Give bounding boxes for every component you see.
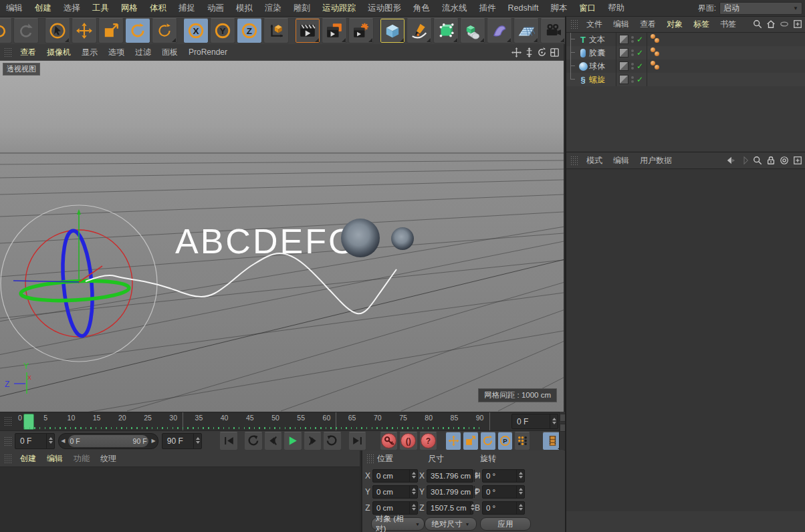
object-manager-menu-item[interactable]: 文件	[581, 16, 608, 32]
start-frame-value[interactable]: 0 F	[15, 436, 46, 446]
object-name[interactable]: 胶囊	[589, 47, 614, 59]
next-frame-button[interactable]	[304, 432, 322, 450]
size-z-field[interactable]: 1507.5 cm	[427, 501, 473, 515]
rotate-tool-button[interactable]	[125, 18, 150, 43]
rotation-p-field[interactable]: 0 °	[482, 485, 525, 499]
frame-tick-label[interactable]: 75	[399, 414, 407, 422]
spinner-arrows-icon[interactable]	[516, 486, 524, 498]
object-name[interactable]: 螺旋	[589, 74, 614, 86]
spinner-arrows-icon[interactable]	[470, 502, 475, 514]
material-menu-item[interactable]: 创建	[15, 450, 41, 467]
size-y-field[interactable]: 301.799 cm	[427, 485, 473, 499]
add-panel-icon[interactable]	[793, 19, 802, 29]
material-menu-item[interactable]: 编辑	[41, 450, 68, 467]
lock-z-axis-button[interactable]: Z	[237, 18, 262, 43]
main-menu-item[interactable]: 网格	[115, 0, 144, 16]
subdivision-surface-button[interactable]	[433, 18, 459, 43]
main-menu-item[interactable]: 编辑	[0, 0, 29, 16]
object-row[interactable]: 球体 ✓	[566, 59, 805, 73]
material-menu-item[interactable]: 纹理	[95, 450, 122, 467]
live-selection-button[interactable]	[45, 18, 70, 43]
frame-tick-label[interactable]: 65	[348, 414, 356, 422]
add-panel-icon[interactable]	[793, 156, 802, 165]
main-menu-item[interactable]: 创建	[29, 0, 58, 16]
rotation-b-field[interactable]: 0 °	[482, 501, 525, 515]
main-menu-item[interactable]: Redshift	[502, 0, 545, 16]
frame-tick-label[interactable]: 85	[451, 414, 459, 422]
render-picture-viewer-button[interactable]	[322, 18, 347, 43]
main-menu-item[interactable]: 雕刻	[288, 0, 316, 16]
record-keyframe-button[interactable]	[380, 432, 398, 450]
viewport-menu-item[interactable]: 过滤	[130, 44, 156, 60]
spinner-arrows-icon[interactable]	[409, 486, 417, 498]
frame-tick-label[interactable]: 5	[43, 414, 47, 422]
main-menu-item[interactable]: 窗口	[573, 0, 602, 16]
frame-tick-label[interactable]: 45	[246, 414, 254, 422]
position-y-field[interactable]: 0 cm	[372, 485, 418, 499]
render-view-button[interactable]	[295, 18, 320, 43]
history-back-icon[interactable]	[726, 156, 735, 165]
previous-key-button[interactable]	[244, 432, 262, 450]
panel-grip-icon[interactable]	[4, 416, 12, 426]
pan-view-icon[interactable]	[511, 47, 522, 57]
object-manager-empty-area[interactable]	[566, 86, 805, 152]
rotation-h-field[interactable]: 0 °	[482, 469, 525, 483]
spinner-arrows-icon[interactable]	[46, 434, 54, 448]
previous-frame-button[interactable]	[264, 432, 282, 450]
position-x-field[interactable]: 0 cm	[372, 469, 418, 483]
visibility-dots[interactable]	[631, 36, 634, 43]
visibility-dots[interactable]	[631, 76, 634, 83]
frame-tick-label[interactable]: 70	[374, 414, 382, 422]
perspective-viewport[interactable]: ABCDEFG Y Z X 透视视图 网格间距 : 1000 cm	[0, 60, 564, 412]
redo-button[interactable]	[13, 18, 39, 43]
main-menu-item[interactable]: 体积	[144, 0, 172, 16]
layer-chip[interactable]	[619, 75, 628, 84]
range-left-arrow-icon[interactable]: ◀	[59, 438, 67, 444]
search-icon[interactable]	[753, 19, 762, 29]
material-menu-item[interactable]: 功能	[68, 450, 95, 467]
panel-grip-icon[interactable]	[366, 454, 374, 463]
search-icon[interactable]	[753, 156, 762, 165]
object-manager-menu-item[interactable]: 书签	[715, 16, 741, 32]
main-menu-item[interactable]: 工具	[86, 0, 115, 16]
main-menu-item[interactable]: 选择	[58, 0, 86, 16]
lock-y-axis-button[interactable]: Y	[210, 18, 235, 43]
enable-check-icon[interactable]: ✓	[637, 35, 643, 44]
main-menu-item[interactable]: 渲染	[259, 0, 288, 16]
main-menu-item[interactable]: 运动图形	[362, 0, 407, 16]
position-mode-dropdown[interactable]: 对象 (相对)▼	[371, 517, 425, 531]
lock-icon[interactable]	[766, 156, 776, 165]
frame-tick-label[interactable]: 35	[195, 414, 203, 422]
deformer-button[interactable]	[487, 18, 512, 43]
lock-x-axis-button[interactable]: X	[183, 18, 209, 43]
coordinate-system-button[interactable]	[263, 18, 289, 43]
timeline-track[interactable]: 051015202530354045505560657075808590 0 F	[15, 412, 564, 430]
spinner-arrows-icon[interactable]	[516, 470, 524, 482]
play-button[interactable]	[283, 432, 302, 450]
keyframe-selection-button[interactable]: ?	[419, 432, 437, 450]
object-name[interactable]: 文本	[589, 34, 614, 45]
viewport-menu-item[interactable]: 显示	[76, 44, 103, 60]
viewport-menu-item[interactable]: 查看	[15, 44, 41, 60]
attribute-manager-menu-item[interactable]: 模式	[581, 152, 608, 168]
object-manager-menu-item[interactable]: 编辑	[608, 16, 635, 32]
camera-button[interactable]	[540, 18, 565, 43]
add-cube-button[interactable]	[380, 18, 405, 43]
spline-pen-button[interactable]	[407, 18, 432, 43]
go-to-end-button[interactable]	[348, 432, 366, 450]
object-row[interactable]: 螺旋 ✓	[566, 73, 805, 86]
apply-button[interactable]: 应用	[480, 517, 531, 531]
main-menu-item[interactable]: 角色	[407, 0, 436, 16]
eye-icon[interactable]	[780, 19, 789, 29]
frame-tick-label[interactable]: 50	[271, 414, 279, 422]
frame-range-slider[interactable]: ◀ 0 F 90 F ▶	[58, 433, 158, 449]
enable-check-icon[interactable]: ✓	[637, 75, 643, 84]
end-frame-value[interactable]: 90 F	[162, 436, 193, 446]
panel-grip-icon[interactable]	[570, 19, 578, 29]
layer-chip[interactable]	[619, 61, 628, 71]
key-rotation-toggle[interactable]	[480, 432, 496, 450]
object-manager-menu-item[interactable]: 对象	[661, 16, 688, 32]
size-mode-dropdown[interactable]: 绝对尺寸▼	[425, 517, 477, 531]
key-parameter-toggle[interactable]: P	[497, 432, 513, 450]
key-position-toggle[interactable]	[445, 432, 461, 450]
